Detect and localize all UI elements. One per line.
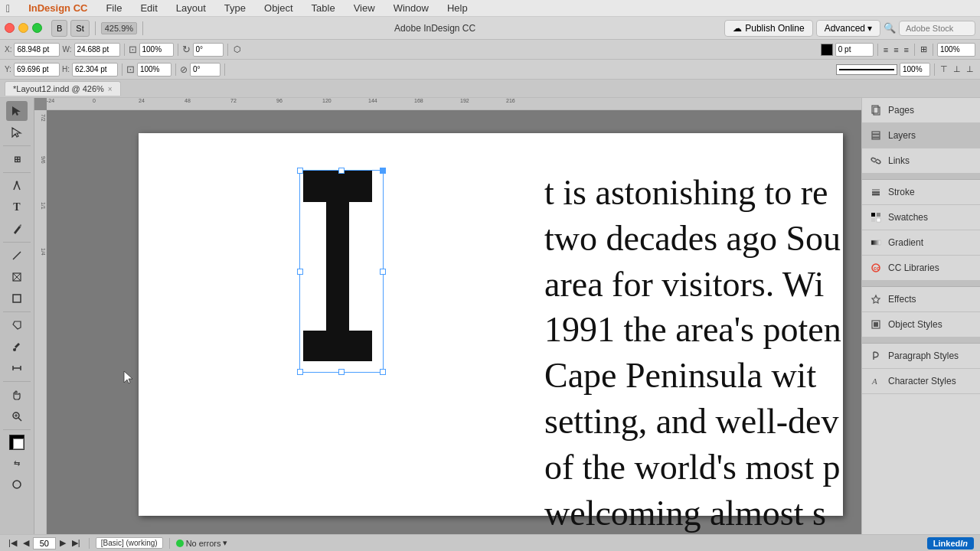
panel-stroke[interactable]: Stroke (862, 180, 980, 205)
menu-window[interactable]: Window (390, 2, 432, 14)
stroke-pt-input[interactable] (835, 43, 874, 57)
panel-character-styles[interactable]: A Character Styles (862, 369, 980, 394)
publish-online-button[interactable]: ☁ Publish Online (724, 20, 812, 37)
pencil-tool[interactable] (6, 219, 28, 239)
align-center-icon[interactable]: ≡ (892, 44, 900, 55)
align-right-icon[interactable]: ≡ (903, 44, 910, 55)
opacity-input[interactable] (937, 43, 975, 57)
handle-ml[interactable] (297, 269, 303, 275)
stock-button[interactable]: St (70, 20, 89, 37)
stroke-style-display[interactable] (836, 64, 897, 75)
ruler-tick: 120 (322, 98, 332, 103)
menu-object[interactable]: Object (261, 2, 296, 14)
search-icon: 🔍 (884, 22, 896, 34)
linkedin-badge[interactable]: LinkedIn (927, 537, 974, 549)
first-page-button[interactable]: |◀ (6, 537, 19, 549)
scale-h-input[interactable] (137, 63, 172, 77)
panel-paragraph-styles[interactable]: Paragraph Styles (862, 344, 980, 369)
handle-br[interactable] (380, 369, 386, 375)
advanced-button[interactable]: Advanced ▾ (816, 20, 880, 37)
svg-rect-24 (872, 135, 880, 137)
rect-tool[interactable] (6, 289, 28, 308)
canvas-area[interactable]: -24 0 24 48 72 96 120 144 168 192 216 7/… (34, 98, 861, 534)
handle-bl[interactable] (297, 369, 303, 375)
fill-color[interactable] (821, 44, 833, 56)
scale-w-input[interactable] (139, 43, 174, 57)
main-area: ⊞ T (0, 98, 980, 534)
h-input[interactable] (72, 63, 118, 77)
handle-mr[interactable] (380, 269, 386, 275)
selected-object[interactable] (299, 170, 384, 373)
handle-tl[interactable] (297, 168, 303, 174)
handle-tc[interactable] (338, 168, 345, 174)
rect-frame-tool[interactable] (6, 267, 28, 287)
app-name[interactable]: InDesign CC (25, 2, 90, 14)
panel-pages[interactable]: Pages (862, 98, 980, 123)
handle-bc[interactable] (338, 369, 345, 375)
align-top-icon[interactable]: ⊤ (939, 64, 949, 75)
stroke-label: Stroke (888, 187, 915, 197)
x-input[interactable] (14, 43, 60, 57)
hand-tool[interactable] (6, 385, 28, 405)
tab-close-button[interactable]: × (108, 85, 113, 93)
selection-tool[interactable] (6, 101, 28, 121)
document-tab[interactable]: *Layout12.indd @ 426% × (5, 81, 121, 96)
rotation-input[interactable] (193, 43, 224, 57)
cc-libraries-label: CC Libraries (888, 262, 939, 273)
status-bar: |◀ ◀ ▶ ▶| [Basic] (working) No errors ▾ … (0, 534, 980, 551)
w-input[interactable] (74, 43, 120, 57)
direct-selection-tool[interactable] (6, 122, 28, 142)
paragraph-style-selector[interactable]: [Basic] (working) (96, 537, 163, 549)
handle-tr[interactable] (380, 168, 386, 174)
menu-layout[interactable]: Layout (173, 2, 209, 14)
bridge-button[interactable]: B (51, 20, 67, 37)
align-left-icon[interactable]: ≡ (882, 44, 890, 55)
menu-table[interactable]: Table (309, 2, 338, 14)
prev-page-button[interactable]: ◀ (21, 537, 31, 549)
line-tool[interactable] (6, 246, 28, 266)
next-page-button[interactable]: ▶ (57, 537, 68, 549)
toolbar-separator2 (142, 21, 143, 35)
panel-swatches[interactable]: Swatches (862, 205, 980, 230)
panel-effects[interactable]: Effects (862, 287, 980, 312)
apple-menu[interactable]:  (6, 2, 10, 15)
pen-tool[interactable] (6, 176, 28, 196)
ruler-vtick: 7/2 (41, 114, 46, 122)
page-tool[interactable]: ⊞ (6, 149, 28, 169)
menu-file[interactable]: File (103, 2, 125, 14)
measure-tool[interactable] (6, 358, 28, 378)
shear-input[interactable] (190, 63, 220, 77)
normal-mode-button[interactable] (6, 474, 28, 494)
maximize-button[interactable] (32, 23, 42, 33)
menu-type[interactable]: Type (221, 2, 249, 14)
eyedropper-tool[interactable] (6, 337, 28, 357)
page-navigation: |◀ ◀ ▶ ▶| (6, 537, 83, 549)
left-toolbar: ⊞ T (0, 98, 34, 534)
type-tool[interactable]: T (6, 197, 28, 217)
align-bottom-icon[interactable]: ⊥ (965, 64, 975, 75)
zoom-tool[interactable] (6, 406, 28, 426)
align-vcenter-icon[interactable]: ⊥ (952, 64, 962, 75)
panel-links[interactable]: Links (862, 148, 980, 174)
panel-object-styles[interactable]: Object Styles (862, 312, 980, 337)
menu-help[interactable]: Help (444, 2, 471, 14)
menu-edit[interactable]: Edit (137, 2, 160, 14)
current-page-input[interactable] (33, 537, 56, 549)
canvas-content[interactable]: t is astonishing to re two decades ago S… (47, 110, 861, 534)
last-page-button[interactable]: ▶| (70, 537, 83, 549)
adobe-stock-search[interactable] (899, 21, 975, 36)
panel-layers[interactable]: Layers (862, 123, 980, 148)
swap-colors-button[interactable]: ⇆ (6, 453, 28, 473)
y-input[interactable] (14, 63, 60, 77)
errors-chevron: ▾ (223, 538, 227, 548)
transform-icon[interactable]: ⊞ (919, 44, 929, 55)
stroke-opacity-input[interactable] (900, 63, 930, 77)
minimize-button[interactable] (18, 23, 28, 33)
panel-gradient[interactable]: Gradient (862, 230, 980, 256)
close-button[interactable] (5, 23, 15, 33)
free-transform-tool[interactable] (6, 315, 28, 335)
fill-color-button[interactable] (9, 435, 24, 450)
svg-point-17 (13, 481, 21, 488)
menu-view[interactable]: View (351, 2, 378, 14)
panel-cc-libraries[interactable]: cc CC Libraries (862, 256, 980, 281)
